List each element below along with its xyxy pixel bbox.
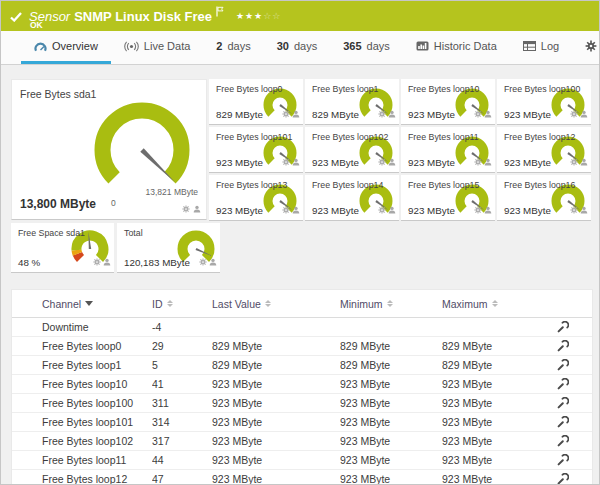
table-row[interactable]: Free Bytes loop101314923 MByte923 MByte9… — [12, 413, 592, 432]
gauge-tile[interactable]: Free Bytes loop101923 MByte — [209, 127, 303, 173]
cell-id: 317 — [152, 435, 212, 447]
cell-channel: Free Bytes loop11 — [42, 454, 152, 466]
table-row[interactable]: Free Bytes loop1247923 MByte923 MByte923… — [12, 470, 592, 485]
cell-max: 923 MByte — [442, 378, 557, 390]
gear-icon[interactable] — [570, 200, 578, 218]
user-icon[interactable] — [388, 104, 396, 122]
gear-icon[interactable] — [282, 152, 290, 170]
gauge-tile[interactable]: Free Bytes loop10923 MByte — [401, 79, 495, 125]
gauge-tile[interactable]: Free Bytes loop11923 MByte — [401, 127, 495, 173]
gauge-tile[interactable]: Free Bytes loop100923 MByte — [497, 79, 591, 125]
gear-icon[interactable] — [474, 104, 482, 122]
gauge-tile[interactable]: Free Bytes loop1829 MByte — [305, 79, 399, 125]
sensor-status: OK — [30, 20, 43, 30]
cell-max: 923 MByte — [442, 473, 557, 485]
gear-icon[interactable] — [378, 104, 386, 122]
channel-settings-wrench-icon[interactable] — [557, 435, 592, 447]
gear-icon[interactable] — [93, 252, 101, 270]
user-icon[interactable] — [388, 200, 396, 218]
cell-channel: Free Bytes loop100 — [42, 397, 152, 409]
user-icon[interactable] — [209, 252, 217, 270]
gear-icon[interactable] — [378, 200, 386, 218]
gear-icon[interactable] — [282, 200, 290, 218]
gauge-tile[interactable]: Free Bytes loop14923 MByte — [305, 175, 399, 221]
user-icon[interactable] — [193, 199, 201, 217]
gauge-tile[interactable]: Free Space sda148 % — [11, 223, 114, 273]
gauge-tile[interactable]: Total120,183 MByte — [117, 223, 220, 273]
gauge-label: Free Bytes loop15 — [408, 180, 479, 190]
gauge-value: 923 MByte — [216, 157, 263, 168]
channel-settings-wrench-icon[interactable] — [557, 397, 592, 409]
column-header-id[interactable]: ID — [152, 298, 212, 310]
gear-icon[interactable] — [182, 199, 190, 217]
user-icon[interactable] — [484, 152, 492, 170]
user-icon[interactable] — [292, 200, 300, 218]
gear-icon[interactable] — [474, 200, 482, 218]
user-icon[interactable] — [103, 252, 111, 270]
gauge-value: 923 MByte — [408, 157, 455, 168]
gear-icon[interactable] — [474, 152, 482, 170]
gauge-label: Free Bytes loop0 — [216, 84, 283, 94]
gear-icon[interactable] — [378, 152, 386, 170]
table-row[interactable]: Free Bytes loop15829 MByte829 MByte829 M… — [12, 356, 592, 375]
gear-icon[interactable] — [570, 104, 578, 122]
channel-settings-wrench-icon[interactable] — [557, 378, 592, 390]
user-icon[interactable] — [292, 152, 300, 170]
column-header-maximum[interactable]: Maximum — [442, 298, 557, 310]
tab-label: Overview — [52, 40, 98, 52]
user-icon[interactable] — [580, 152, 588, 170]
channel-settings-wrench-icon[interactable] — [557, 359, 592, 371]
priority-stars[interactable]: ★★★☆☆ — [236, 11, 281, 21]
cell-channel: Free Bytes loop10 — [42, 378, 152, 390]
gauge-tile[interactable]: Free Bytes loop13923 MByte — [209, 175, 303, 221]
cell-id: 29 — [152, 340, 212, 352]
sort-toggle-icon — [387, 300, 393, 307]
tab-historic-data[interactable]: Historic Data — [403, 31, 510, 64]
cell-max: 923 MByte — [442, 435, 557, 447]
gauge-tile[interactable]: Free Bytes loop12923 MByte — [497, 127, 591, 173]
gauge-value: 923 MByte — [504, 157, 551, 168]
channel-settings-wrench-icon[interactable] — [557, 340, 592, 352]
table-row[interactable]: Free Bytes loop100311923 MByte923 MByte9… — [12, 394, 592, 413]
gear-icon[interactable] — [570, 152, 578, 170]
channel-settings-wrench-icon[interactable] — [557, 416, 592, 428]
gear-icon[interactable] — [199, 252, 207, 270]
channel-settings-wrench-icon[interactable] — [557, 473, 592, 485]
tab-live-data[interactable]: Live Data — [111, 31, 203, 64]
table-row[interactable]: Downtime-4 — [12, 318, 592, 337]
tab-30-days[interactable]: 30days — [264, 31, 331, 64]
column-header-minimum[interactable]: Minimum — [340, 298, 442, 310]
channel-settings-wrench-icon[interactable] — [557, 321, 592, 333]
tab-2-days[interactable]: 2days — [203, 31, 263, 64]
user-icon[interactable] — [580, 104, 588, 122]
column-header-channel[interactable]: Channel — [42, 298, 152, 310]
tab-label: days — [367, 40, 390, 52]
tab-settings[interactable]: Settings — [572, 31, 600, 64]
tab-365-days[interactable]: 365days — [330, 31, 403, 64]
user-icon[interactable] — [388, 152, 396, 170]
tab-overview[interactable]: Overview — [21, 31, 111, 64]
gauge-tile[interactable]: Free Bytes loop16923 MByte — [497, 175, 591, 221]
table-row[interactable]: Free Bytes loop102317923 MByte923 MByte9… — [12, 432, 592, 451]
user-icon[interactable] — [484, 200, 492, 218]
table-row[interactable]: Free Bytes loop1041923 MByte923 MByte923… — [12, 375, 592, 394]
gauge-tile[interactable]: Free Bytes loop102923 MByte — [305, 127, 399, 173]
gauge-tile[interactable]: Free Bytes loop0829 MByte — [209, 79, 303, 125]
table-row[interactable]: Free Bytes loop029829 MByte829 MByte829 … — [12, 337, 592, 356]
cell-channel: Free Bytes loop1 — [42, 359, 152, 371]
table-row[interactable]: Free Bytes loop1144923 MByte923 MByte923… — [12, 451, 592, 470]
flag-icon[interactable] — [216, 5, 224, 20]
cell-id: 47 — [152, 473, 212, 485]
gauge-tile[interactable]: Free Bytes loop15923 MByte — [401, 175, 495, 221]
user-icon[interactable] — [484, 104, 492, 122]
tab-log[interactable]: Log — [510, 31, 572, 64]
user-icon[interactable] — [580, 200, 588, 218]
channel-settings-wrench-icon[interactable] — [557, 454, 592, 466]
gear-icon[interactable] — [282, 104, 290, 122]
gauge-card-main[interactable]: Free Bytes sda1 13,800 MByte 0 13,821 MB… — [11, 79, 207, 220]
sensor-header: SensorSNMP Linux Disk Free ★★★☆☆ OK — [1, 1, 599, 31]
star-filled-icon: ★ — [254, 11, 263, 21]
user-icon[interactable] — [292, 104, 300, 122]
column-header-last value[interactable]: Last Value — [212, 298, 340, 310]
cell-min: 829 MByte — [340, 340, 442, 352]
